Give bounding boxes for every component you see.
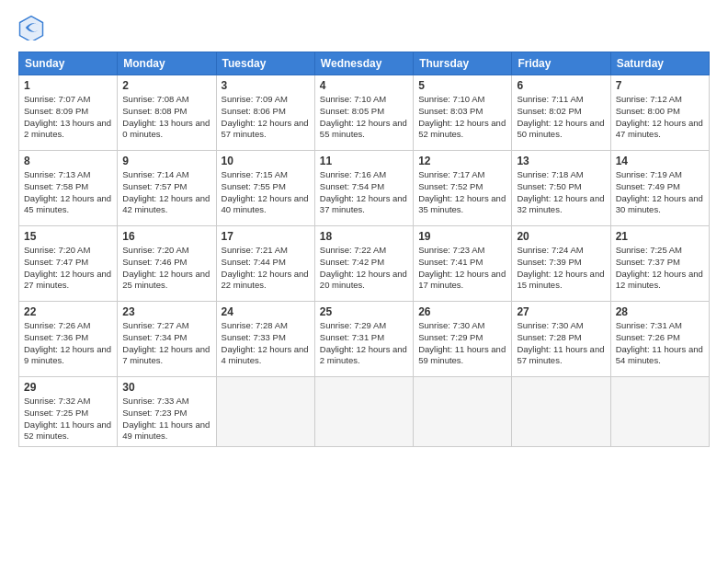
day-number: 14 (616, 155, 704, 167)
header (18, 15, 710, 40)
logo (18, 15, 48, 40)
day-info: Sunrise: 7:24 AMSunset: 7:39 PMDaylight:… (517, 245, 605, 292)
calendar-cell: 22Sunrise: 7:26 AMSunset: 7:36 PMDayligh… (19, 302, 118, 377)
day-number: 12 (418, 155, 506, 167)
day-number: 15 (24, 230, 112, 243)
calendar-week-3: 15Sunrise: 7:20 AMSunset: 7:47 PMDayligh… (19, 226, 710, 302)
calendar-cell (610, 377, 709, 447)
day-info: Sunrise: 7:21 AMSunset: 7:44 PMDaylight:… (222, 245, 310, 292)
calendar-week-2: 8Sunrise: 7:13 AMSunset: 7:58 PMDaylight… (19, 151, 710, 226)
calendar-cell: 3Sunrise: 7:09 AMSunset: 8:06 PMDaylight… (216, 75, 314, 151)
calendar-header-thursday: Thursday (414, 52, 512, 75)
day-info: Sunrise: 7:20 AMSunset: 7:46 PMDaylight:… (122, 245, 210, 292)
day-number: 4 (320, 79, 408, 92)
day-number: 7 (616, 79, 704, 92)
day-number: 21 (616, 230, 704, 243)
day-number: 10 (222, 155, 310, 167)
calendar-cell: 26Sunrise: 7:30 AMSunset: 7:29 PMDayligh… (414, 302, 512, 377)
calendar-cell: 12Sunrise: 7:17 AMSunset: 7:52 PMDayligh… (414, 151, 512, 226)
day-number: 9 (122, 155, 210, 167)
calendar-cell: 5Sunrise: 7:10 AMSunset: 8:03 PMDaylight… (414, 75, 512, 151)
day-info: Sunrise: 7:09 AMSunset: 8:06 PMDaylight:… (222, 94, 310, 141)
day-number: 23 (122, 305, 210, 318)
calendar-cell: 17Sunrise: 7:21 AMSunset: 7:44 PMDayligh… (216, 226, 314, 302)
calendar-cell: 25Sunrise: 7:29 AMSunset: 7:31 PMDayligh… (314, 302, 413, 377)
calendar-cell: 10Sunrise: 7:15 AMSunset: 7:55 PMDayligh… (216, 151, 314, 226)
day-number: 28 (616, 305, 704, 318)
day-info: Sunrise: 7:13 AMSunset: 7:58 PMDaylight:… (24, 169, 112, 216)
day-info: Sunrise: 7:14 AMSunset: 7:57 PMDaylight:… (122, 169, 210, 216)
calendar-cell (314, 377, 413, 447)
calendar-cell: 7Sunrise: 7:12 AMSunset: 8:00 PMDaylight… (610, 75, 709, 151)
calendar-cell: 15Sunrise: 7:20 AMSunset: 7:47 PMDayligh… (19, 226, 118, 302)
day-info: Sunrise: 7:25 AMSunset: 7:37 PMDaylight:… (616, 245, 704, 292)
day-number: 18 (320, 230, 408, 243)
calendar-cell: 6Sunrise: 7:11 AMSunset: 8:02 PMDaylight… (512, 75, 610, 151)
svg-marker-0 (21, 17, 41, 40)
calendar-header-monday: Monday (118, 52, 216, 75)
calendar-cell: 23Sunrise: 7:27 AMSunset: 7:34 PMDayligh… (118, 302, 216, 377)
day-number: 22 (24, 305, 112, 318)
logo-icon (18, 15, 44, 40)
calendar-cell: 19Sunrise: 7:23 AMSunset: 7:41 PMDayligh… (414, 226, 512, 302)
calendar-cell: 16Sunrise: 7:20 AMSunset: 7:46 PMDayligh… (118, 226, 216, 302)
day-number: 6 (517, 79, 605, 92)
day-info: Sunrise: 7:08 AMSunset: 8:08 PMDaylight:… (122, 94, 210, 141)
day-number: 13 (517, 155, 605, 167)
day-info: Sunrise: 7:23 AMSunset: 7:41 PMDaylight:… (418, 245, 506, 292)
day-number: 17 (222, 230, 310, 243)
calendar-cell: 21Sunrise: 7:25 AMSunset: 7:37 PMDayligh… (610, 226, 709, 302)
day-info: Sunrise: 7:30 AMSunset: 7:28 PMDaylight:… (517, 320, 605, 367)
calendar-week-1: 1Sunrise: 7:07 AMSunset: 8:09 PMDaylight… (19, 75, 710, 151)
day-number: 11 (320, 155, 408, 167)
calendar-cell: 13Sunrise: 7:18 AMSunset: 7:50 PMDayligh… (512, 151, 610, 226)
day-info: Sunrise: 7:27 AMSunset: 7:34 PMDaylight:… (122, 320, 210, 367)
day-number: 27 (517, 305, 605, 318)
day-info: Sunrise: 7:11 AMSunset: 8:02 PMDaylight:… (517, 94, 605, 141)
day-number: 19 (418, 230, 506, 243)
day-number: 26 (418, 305, 506, 318)
day-info: Sunrise: 7:19 AMSunset: 7:49 PMDaylight:… (616, 169, 704, 216)
calendar-header-wednesday: Wednesday (314, 52, 413, 75)
day-info: Sunrise: 7:30 AMSunset: 7:29 PMDaylight:… (418, 320, 506, 367)
day-info: Sunrise: 7:10 AMSunset: 8:05 PMDaylight:… (320, 94, 408, 141)
day-info: Sunrise: 7:33 AMSunset: 7:23 PMDaylight:… (122, 396, 210, 442)
day-info: Sunrise: 7:15 AMSunset: 7:55 PMDaylight:… (222, 169, 310, 216)
calendar-header-tuesday: Tuesday (216, 52, 314, 75)
calendar-cell: 27Sunrise: 7:30 AMSunset: 7:28 PMDayligh… (512, 302, 610, 377)
calendar-cell: 1Sunrise: 7:07 AMSunset: 8:09 PMDaylight… (19, 75, 118, 151)
day-info: Sunrise: 7:32 AMSunset: 7:25 PMDaylight:… (24, 396, 112, 442)
day-info: Sunrise: 7:20 AMSunset: 7:47 PMDaylight:… (24, 245, 112, 292)
day-info: Sunrise: 7:17 AMSunset: 7:52 PMDaylight:… (418, 169, 506, 216)
calendar: SundayMondayTuesdayWednesdayThursdayFrid… (18, 52, 710, 447)
day-number: 8 (24, 155, 112, 167)
day-number: 2 (122, 79, 210, 92)
calendar-cell: 9Sunrise: 7:14 AMSunset: 7:57 PMDaylight… (118, 151, 216, 226)
calendar-header-saturday: Saturday (610, 52, 709, 75)
day-number: 16 (122, 230, 210, 243)
day-number: 3 (222, 79, 310, 92)
day-info: Sunrise: 7:29 AMSunset: 7:31 PMDaylight:… (320, 320, 408, 367)
calendar-cell: 20Sunrise: 7:24 AMSunset: 7:39 PMDayligh… (512, 226, 610, 302)
day-info: Sunrise: 7:10 AMSunset: 8:03 PMDaylight:… (418, 94, 506, 141)
day-number: 5 (418, 79, 506, 92)
calendar-week-4: 22Sunrise: 7:26 AMSunset: 7:36 PMDayligh… (19, 302, 710, 377)
calendar-cell (512, 377, 610, 447)
day-info: Sunrise: 7:07 AMSunset: 8:09 PMDaylight:… (24, 94, 112, 141)
day-number: 20 (517, 230, 605, 243)
day-number: 25 (320, 305, 408, 318)
day-info: Sunrise: 7:12 AMSunset: 8:00 PMDaylight:… (616, 94, 704, 141)
day-info: Sunrise: 7:22 AMSunset: 7:42 PMDaylight:… (320, 245, 408, 292)
calendar-cell: 4Sunrise: 7:10 AMSunset: 8:05 PMDaylight… (314, 75, 413, 151)
calendar-header-sunday: Sunday (19, 52, 118, 75)
day-number: 30 (122, 381, 210, 394)
calendar-header-friday: Friday (512, 52, 610, 75)
calendar-cell (216, 377, 314, 447)
calendar-cell (414, 377, 512, 447)
day-number: 24 (222, 305, 310, 318)
day-info: Sunrise: 7:26 AMSunset: 7:36 PMDaylight:… (24, 320, 112, 367)
calendar-cell: 30Sunrise: 7:33 AMSunset: 7:23 PMDayligh… (118, 377, 216, 447)
day-info: Sunrise: 7:31 AMSunset: 7:26 PMDaylight:… (616, 320, 704, 367)
calendar-cell: 18Sunrise: 7:22 AMSunset: 7:42 PMDayligh… (314, 226, 413, 302)
calendar-cell: 14Sunrise: 7:19 AMSunset: 7:49 PMDayligh… (610, 151, 709, 226)
